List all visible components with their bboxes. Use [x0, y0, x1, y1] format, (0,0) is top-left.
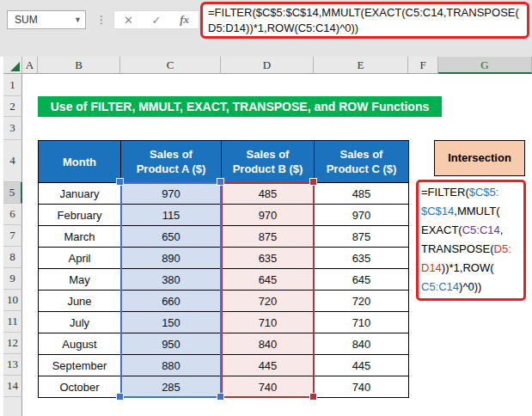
value-cell[interactable]: 740 [315, 376, 409, 398]
row-header-2[interactable]: 2 [3, 96, 22, 117]
value-cell[interactable]: 970 [222, 205, 315, 226]
formula-line: TRANSPOSE(D5: [421, 240, 523, 259]
value-cell[interactable]: 950 [121, 333, 222, 355]
name-box[interactable]: SUM ▼ [7, 10, 86, 29]
value-cell[interactable]: 635 [222, 248, 315, 269]
value-cell[interactable]: 635 [315, 248, 409, 269]
table-header-cell[interactable]: Month [39, 141, 121, 183]
selection-handle[interactable] [310, 394, 316, 400]
column-header-e[interactable]: E [314, 57, 408, 74]
selection-handle[interactable] [310, 179, 316, 185]
value-cell[interactable]: 890 [121, 248, 222, 269]
title-banner-cell[interactable]: Use of FILTER, MMULT, EXACT, TRANSPOSE, … [38, 96, 442, 117]
value-cell[interactable]: 380 [121, 269, 222, 291]
column-header-d[interactable]: D [221, 57, 314, 74]
column-header-b[interactable]: B [38, 57, 120, 74]
row-header-12[interactable]: 12 [3, 333, 22, 354]
row-header-7[interactable]: 7 [3, 225, 22, 247]
intersection-header-cell[interactable]: Intersection [434, 140, 525, 176]
month-cell[interactable]: February [39, 205, 121, 226]
row-header-8[interactable]: 8 [3, 247, 22, 268]
value-cell[interactable]: 645 [222, 269, 315, 291]
select-all-triangle-icon [10, 62, 20, 71]
selection-handle[interactable] [217, 179, 223, 185]
result-formula-cell[interactable]: =FILTER($C$5:$C$14,MMULT(EXACT(C5:C14,TR… [416, 180, 526, 301]
row-header-11[interactable]: 11 [3, 311, 22, 333]
formula-line: $C$14,MMULT( [421, 202, 523, 221]
table-row: October285740740 [39, 376, 409, 398]
value-cell[interactable]: 485 [315, 183, 409, 205]
table-header-cell[interactable]: Sales ofProduct C ($) [315, 141, 409, 183]
month-cell[interactable]: January [39, 183, 121, 205]
month-cell[interactable]: August [39, 333, 121, 355]
month-cell[interactable]: April [39, 248, 121, 269]
value-cell[interactable]: 970 [121, 183, 222, 205]
name-box-value: SUM [15, 14, 74, 26]
value-cell[interactable]: 740 [222, 376, 315, 398]
value-cell[interactable]: 115 [121, 205, 222, 226]
table-row: August950840840 [39, 333, 409, 355]
value-cell[interactable]: 720 [315, 291, 409, 312]
value-cell[interactable]: 445 [315, 355, 409, 376]
row-header-13[interactable]: 13 [3, 354, 22, 376]
value-cell[interactable]: 875 [222, 226, 315, 248]
insert-function-icon[interactable]: fx [180, 13, 189, 27]
month-cell[interactable]: September [39, 355, 121, 376]
row-header-14[interactable]: 14 [3, 376, 22, 397]
formula-reference-segment: ))*1,ROW( [442, 261, 494, 274]
column-header-g[interactable]: G [438, 57, 532, 74]
value-cell[interactable]: 485 [222, 183, 315, 205]
month-cell[interactable]: May [39, 269, 121, 291]
row-header-4[interactable]: 4 [3, 140, 22, 182]
cancel-icon[interactable]: ✕ [124, 14, 133, 27]
value-cell[interactable]: 445 [222, 355, 315, 376]
value-cell[interactable]: 710 [315, 312, 409, 333]
selection-handle[interactable] [117, 179, 123, 185]
row-header-6[interactable]: 6 [3, 204, 22, 225]
value-cell[interactable]: 285 [121, 376, 222, 398]
value-cell[interactable]: 840 [222, 333, 315, 355]
row-header-3[interactable]: 3 [3, 117, 22, 140]
table-row: February115970970 [39, 205, 409, 226]
formula-reference-segment: D5: [494, 242, 511, 255]
formula-line: D14))*1,ROW( [421, 259, 523, 278]
selection-handle[interactable] [117, 394, 123, 400]
row-header-9[interactable]: 9 [3, 268, 22, 290]
value-cell[interactable]: 650 [121, 226, 222, 248]
value-cell[interactable]: 970 [315, 205, 409, 226]
column-header-f[interactable]: F [408, 57, 438, 74]
formula-line: EXACT(C5:C14, [421, 221, 523, 240]
value-cell[interactable]: 645 [315, 269, 409, 291]
month-cell[interactable]: October [39, 376, 121, 398]
formula-line: =FILTER($C$5: [421, 183, 523, 202]
value-cell[interactable]: 875 [315, 226, 409, 248]
value-cell[interactable]: 150 [121, 312, 222, 333]
row-header-10[interactable]: 10 [3, 290, 22, 311]
formula-reference-segment: $C$5: [469, 186, 499, 199]
sales-table: MonthSales ofProduct A ($)Sales ofProduc… [38, 140, 409, 398]
month-cell[interactable]: June [39, 291, 121, 312]
formula-reference-segment: )^0)) [459, 280, 481, 293]
column-header-a[interactable]: A [22, 57, 38, 74]
value-cell[interactable]: 710 [222, 312, 315, 333]
value-cell[interactable]: 840 [315, 333, 409, 355]
name-box-dropdown-icon[interactable]: ▼ [74, 15, 82, 24]
row-header-1[interactable]: 1 [3, 74, 22, 96]
month-cell[interactable]: July [39, 312, 121, 333]
value-cell[interactable]: 660 [121, 291, 222, 312]
enter-icon[interactable]: ✓ [152, 14, 162, 27]
table-row: May380645645 [39, 269, 409, 291]
column-header-c[interactable]: C [120, 57, 221, 74]
value-cell[interactable]: 880 [121, 355, 222, 376]
table-header-cell[interactable]: Sales ofProduct A ($) [121, 141, 222, 183]
row-header-5[interactable]: 5 [3, 182, 22, 204]
selection-handle[interactable] [217, 394, 223, 400]
value-cell[interactable]: 720 [222, 291, 315, 312]
formula-reference-segment: C5:C14 [421, 280, 459, 293]
select-all-button[interactable] [3, 57, 22, 74]
month-cell[interactable]: March [39, 226, 121, 248]
formula-bar-area: SUM ▼ ⋮ ✕ ✓ fx =FILTER($C$5:$C$14,MMULT(… [0, 0, 532, 57]
formula-reference-segment: EXACT( [421, 223, 462, 236]
formula-input[interactable]: =FILTER($C$5:$C$14,MMULT(EXACT(C5:C14,TR… [200, 2, 529, 39]
table-header-cell[interactable]: Sales ofProduct B ($) [222, 141, 315, 183]
